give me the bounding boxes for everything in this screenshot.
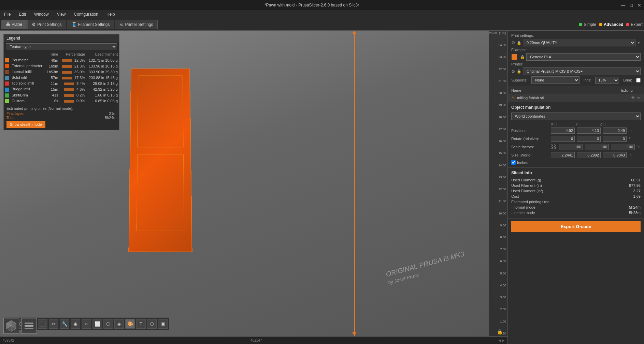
rot-z-input[interactable] bbox=[603, 136, 627, 142]
scale-z-input[interactable] bbox=[611, 144, 635, 150]
tab-printer-settings[interactable]: 🖨 Printer Settings bbox=[115, 20, 157, 29]
legend-row-pct: 0.0% bbox=[59, 98, 86, 104]
nav-cube[interactable] bbox=[3, 318, 19, 334]
model-detail-bottom bbox=[137, 154, 184, 231]
tab-filament-settings[interactable]: 🧵 Filament Settings bbox=[67, 20, 114, 29]
pos-z-input[interactable] bbox=[603, 128, 627, 134]
infill-dropdown[interactable]: 15% bbox=[595, 77, 619, 84]
svg-rect-7 bbox=[25, 323, 33, 324]
brim-checkbox[interactable] bbox=[636, 78, 641, 83]
ruler-tick: 4.00 bbox=[490, 284, 506, 287]
menu-file[interactable]: File bbox=[3, 11, 12, 17]
tool-color[interactable]: 🎨 bbox=[125, 319, 135, 329]
rot-y-input[interactable] bbox=[577, 136, 601, 142]
coord-system-dropdown[interactable]: World coordinates Object coordinates bbox=[511, 113, 641, 120]
col-name-header: Name bbox=[511, 88, 613, 92]
object-list-section: Name Editing ⚠ milling fablab.stl 👁 ✏ bbox=[508, 87, 644, 102]
layers-view[interactable] bbox=[21, 318, 37, 334]
expert-mode-button[interactable]: Expert bbox=[626, 22, 643, 27]
scale-unit: % bbox=[637, 145, 640, 149]
legend-dropdown-row: Feature type bbox=[4, 42, 119, 51]
printer-profile-dropdown[interactable]: Original Prusa i3 MK3S & MK3S+ bbox=[523, 68, 641, 75]
watermark-text: ORIGINAL PRUSA i3 MK3by Josef Prusa bbox=[385, 250, 467, 286]
window-controls[interactable]: — □ ✕ bbox=[621, 3, 641, 8]
warning-icon: ⚠ bbox=[511, 95, 515, 100]
ruler-tick: 7.00 bbox=[490, 248, 506, 251]
tool-hollow[interactable]: ○ bbox=[82, 319, 91, 329]
legend-row-name: External perimeter bbox=[4, 63, 45, 69]
filament-profile-dropdown[interactable]: Generic PLA bbox=[526, 53, 641, 61]
menu-window[interactable]: Window bbox=[33, 11, 50, 17]
legend-row: External perimeter 1h9m 21.3% 133.96 in … bbox=[4, 63, 119, 69]
advanced-mode-button[interactable]: Advanced bbox=[599, 22, 623, 27]
simple-mode-button[interactable]: Simple bbox=[579, 22, 596, 27]
viewport[interactable]: ORIGINAL PRUSA i3 MK3by Josef Prusa Lege… bbox=[0, 31, 507, 344]
plater-icon: 🖶 bbox=[6, 22, 10, 27]
filament-color-swatch bbox=[511, 54, 517, 60]
legend-row-time: 15m bbox=[45, 86, 60, 92]
maximize-button[interactable]: □ bbox=[630, 3, 633, 8]
tool-sla[interactable]: ◈ bbox=[114, 319, 124, 329]
edit-object-icon[interactable]: ✏ bbox=[637, 95, 641, 100]
size-x-input[interactable] bbox=[551, 152, 575, 158]
tool-cut[interactable]: ✂ bbox=[49, 319, 58, 329]
coords-left: 459542 bbox=[3, 339, 14, 342]
legend-row-pct: 21.3% bbox=[59, 63, 86, 69]
position-row: Position: in bbox=[511, 128, 641, 134]
legend-row: Skirt/Brim 41s 0.2% 1.66 in 0.13 g bbox=[4, 92, 119, 98]
scale-x-input[interactable] bbox=[559, 144, 583, 150]
tool-support[interactable]: 🔧 bbox=[60, 319, 69, 329]
stealth-mode-button[interactable]: Show stealth mode bbox=[6, 121, 45, 128]
menu-help[interactable]: Help bbox=[105, 11, 116, 17]
tool-seam[interactable]: ◉ bbox=[71, 319, 80, 329]
progress-bar bbox=[64, 88, 74, 91]
z-header: Z ⬚ bbox=[600, 122, 625, 126]
legend-row-label: Perimeter bbox=[12, 58, 28, 62]
z-icon: ⬚ bbox=[603, 122, 606, 126]
scale-y-input[interactable] bbox=[585, 144, 609, 150]
legend-header[interactable]: Legend bbox=[4, 34, 119, 42]
ruler-tick: 25.00(125) bbox=[490, 31, 506, 35]
legend-row-time: 1h53m bbox=[45, 69, 60, 75]
menu-view[interactable]: View bbox=[56, 11, 67, 17]
close-button[interactable]: ✕ bbox=[638, 3, 641, 8]
export-gcode-button[interactable]: Export G-code bbox=[511, 221, 641, 232]
tab-print-settings[interactable]: ⚙ Print Settings bbox=[27, 20, 66, 29]
size-y-input[interactable] bbox=[577, 152, 601, 158]
minimize-button[interactable]: — bbox=[621, 3, 625, 8]
tab-plater[interactable]: 🖶 Plater bbox=[1, 20, 27, 29]
legend-row-pct: 12.3% bbox=[59, 57, 86, 63]
tool-modifier[interactable]: ⬡ bbox=[103, 319, 113, 329]
visibility-icon[interactable]: 👁 bbox=[631, 95, 635, 100]
pos-y-input[interactable] bbox=[577, 128, 601, 134]
menu-configuration[interactable]: Configuration bbox=[73, 11, 100, 17]
size-z-input[interactable] bbox=[603, 152, 627, 158]
scale-link-icon[interactable]: ⛓ bbox=[551, 144, 556, 150]
ruler-tick: 8.00 bbox=[490, 236, 506, 239]
legend-row: Perimeter 40m 12.3% 132.71 in 10.05 g bbox=[4, 57, 119, 63]
sliced-info-section: Sliced Info Used Filament (g)66.51Used F… bbox=[508, 168, 644, 219]
legend-row-time: 40m bbox=[45, 57, 60, 63]
legend-feature-dropdown[interactable]: Feature type bbox=[6, 43, 117, 50]
legend-row-pct: 4.6% bbox=[59, 86, 86, 92]
tool-flatten[interactable]: ⬛ bbox=[38, 319, 47, 329]
rot-x-input[interactable] bbox=[551, 136, 575, 142]
scale-row: Scale factors: ⛓ % bbox=[511, 144, 641, 150]
ruler-lock-icon[interactable]: 🔒 bbox=[497, 329, 503, 334]
pos-x-input[interactable] bbox=[551, 128, 575, 134]
tool-fdm[interactable]: ⬜ bbox=[92, 319, 102, 329]
total-value: 5h24m bbox=[105, 116, 116, 120]
legend-row-label: External perimeter bbox=[12, 64, 42, 68]
rotate-label: Rotate (relative): bbox=[511, 137, 549, 141]
tool-mesh[interactable]: ⬡ bbox=[147, 319, 157, 329]
tool-emboss[interactable]: T bbox=[136, 319, 146, 329]
print-profile-dropdown[interactable]: 0.20mm QUALITY bbox=[523, 39, 635, 46]
tool-mmu[interactable]: ▣ bbox=[158, 319, 168, 329]
obj-manip-title: Object manipulation bbox=[511, 105, 641, 110]
sliced-info-rows: Used Filament (g)66.51Used Filament (in)… bbox=[511, 177, 641, 215]
inches-checkbox[interactable] bbox=[511, 160, 516, 165]
supports-dropdown[interactable]: None bbox=[531, 76, 579, 84]
menu-edit[interactable]: Edit bbox=[17, 11, 27, 17]
print-dropdown-arrow[interactable]: ▼ bbox=[637, 41, 641, 45]
ruler-tick: 19.00 bbox=[490, 103, 506, 107]
